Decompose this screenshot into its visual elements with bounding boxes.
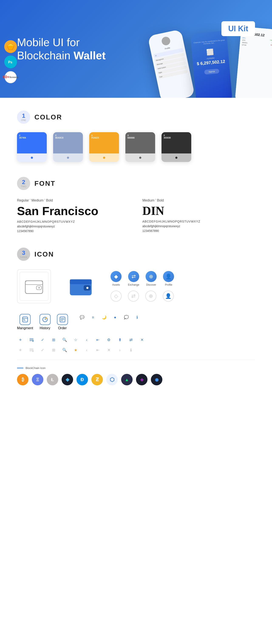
swatch-blue: #3574fA bbox=[17, 132, 47, 162]
nav-icon-assets: ◆ Assets bbox=[110, 271, 122, 286]
search-icon: 🔍 bbox=[61, 336, 68, 343]
small-icons-row-1: + ✓ ⊞ 🔍 ☆ ‹ ⇤ ⚙ ⬆ ⇄ ✕ bbox=[17, 336, 255, 343]
grid-grey-icon: ⊞ bbox=[50, 347, 57, 354]
nav-icon-profile-outline: 👤 bbox=[163, 290, 174, 302]
swatch-slate: #8DA0C8 bbox=[53, 132, 83, 162]
icon-title: ICON bbox=[34, 250, 54, 258]
grid-icon: ⊞ bbox=[50, 336, 57, 343]
svg-rect-22 bbox=[61, 319, 64, 320]
plus-icon: + bbox=[17, 336, 24, 343]
order-icon bbox=[57, 314, 68, 325]
nav-icon-discover-outline: ⊕ bbox=[145, 290, 156, 302]
font-title: FONT bbox=[34, 180, 56, 188]
management-icon bbox=[20, 314, 30, 325]
swatch-gray: #666666 bbox=[126, 132, 155, 162]
svg-rect-29 bbox=[30, 350, 33, 350]
section-divider bbox=[17, 360, 255, 360]
discover-outline-icon: ⊕ bbox=[145, 290, 156, 302]
check-icon: ✓ bbox=[39, 336, 46, 343]
nav-icon-discover: ⊕ Discover bbox=[146, 271, 156, 286]
svg-rect-28 bbox=[30, 348, 33, 349]
x-grey-icon: ✕ bbox=[106, 347, 112, 354]
svg-rect-27 bbox=[32, 340, 33, 342]
svg-text:Ps: Ps bbox=[8, 60, 12, 64]
color-title: COLOR bbox=[34, 113, 62, 121]
star-icon: ☆ bbox=[72, 336, 79, 343]
font-section-header: 2 TWO FONT bbox=[17, 177, 255, 190]
svg-rect-17 bbox=[24, 320, 26, 320]
nav-icons-outline: ◇ ⇄ ⊕ 👤 bbox=[110, 290, 174, 302]
font-sf: Regular ' Medium ' Bold San Francisco AB… bbox=[17, 198, 130, 233]
hero-badges: Ps 60+ Screens bbox=[4, 40, 17, 84]
app-icons-filled: Mangment History bbox=[17, 314, 68, 330]
x-icon: ✕ bbox=[138, 336, 145, 343]
nav-icon-group: ◆ Assets ⇄ Exchange ⊕ Discover 👤 Profile bbox=[110, 271, 174, 302]
info-grey-icon: ℹ bbox=[128, 347, 134, 354]
assets-icon: ◆ bbox=[110, 271, 122, 282]
svg-rect-26 bbox=[30, 340, 32, 341]
phone-mockups: Profile AI Managment Message Hold Carbon… bbox=[155, 28, 272, 98]
small-icons-section: + ✓ ⊞ 🔍 ☆ ‹ ⇤ ⚙ ⬆ ⇄ ✕ + bbox=[17, 336, 255, 354]
list-grey-icon bbox=[28, 347, 35, 354]
moon-icon: 🌙 bbox=[101, 314, 108, 321]
layers-icon: ≡ bbox=[90, 314, 96, 321]
plus-grey-icon: + bbox=[17, 347, 24, 354]
phone-mockup-2: Character may be manifested in the great… bbox=[190, 30, 233, 98]
nav-icons-filled: ◆ Assets ⇄ Exchange ⊕ Discover 👤 Profile bbox=[110, 271, 174, 286]
ps-badge: Ps bbox=[4, 56, 17, 68]
circle-icon: ● bbox=[112, 314, 118, 321]
svg-point-9 bbox=[38, 287, 40, 288]
svg-rect-21 bbox=[61, 318, 64, 318]
nav-icon-exchange: ⇄ Exchange bbox=[128, 271, 139, 286]
share-icon: ⇤ bbox=[94, 336, 101, 343]
chat-icon: 💬 bbox=[78, 314, 86, 321]
svg-rect-16 bbox=[24, 319, 25, 320]
icon-section: 3 THREE ICON bbox=[17, 248, 255, 385]
color-section: 1 ONE COLOR #3574fA #8DA0C8 bbox=[17, 110, 255, 162]
exchange-outline-icon: ⇄ bbox=[128, 290, 139, 302]
search-grey-icon: 🔍 bbox=[61, 347, 68, 354]
upload-icon: ⬆ bbox=[116, 336, 123, 343]
svg-rect-31 bbox=[32, 350, 33, 352]
order-icon-item: Order bbox=[57, 314, 68, 330]
star-filled-grey-icon: ★ bbox=[72, 347, 79, 354]
neo-icon: ◈ bbox=[62, 374, 73, 385]
crypto-icons-row: ₿ Ξ Ł ◈ Đ Ƶ ⬡ ▲ ◈ ◉ bbox=[17, 374, 255, 385]
info-icon: ℹ bbox=[134, 314, 141, 321]
hero-section: Ps 60+ Screens Mobile UI for Blockchain … bbox=[0, 0, 272, 98]
section-number-3: 3 THREE bbox=[17, 248, 30, 261]
blockchain-line bbox=[17, 368, 24, 368]
svg-rect-15 bbox=[22, 318, 28, 318]
main-content: 1 ONE COLOR #3574fA #8DA0C8 bbox=[0, 98, 272, 413]
screens-badge: 60+ Screens bbox=[4, 71, 17, 84]
network-icon: ⬡ bbox=[106, 374, 118, 385]
chevron-left-icon: ‹ bbox=[83, 336, 90, 343]
chevron-left-grey-icon: ‹ bbox=[83, 347, 90, 354]
color-swatches: #3574fA #8DA0C8 #F5A623 bbox=[17, 132, 255, 162]
message-icon: 💭 bbox=[123, 314, 130, 321]
svg-rect-11 bbox=[70, 280, 92, 284]
discover-icon: ⊕ bbox=[146, 271, 156, 282]
check-grey-icon: ✓ bbox=[39, 347, 46, 354]
blockchain-label: BlockChain Icon bbox=[17, 366, 255, 370]
sketch-badge bbox=[4, 40, 17, 53]
list-icon bbox=[28, 336, 35, 343]
svg-rect-25 bbox=[30, 340, 33, 340]
svg-rect-30 bbox=[30, 351, 32, 351]
small-icons-row-2: + ✓ ⊞ 🔍 ★ ‹ ⇤ ✕ › ℹ bbox=[17, 347, 255, 354]
nav-icon-exchange-outline: ⇄ bbox=[128, 290, 139, 302]
profile-outline-icon: 👤 bbox=[163, 290, 174, 302]
dash-icon: Đ bbox=[76, 374, 88, 385]
litecoin-icon: Ł bbox=[47, 374, 58, 385]
zcash-icon: Ƶ bbox=[92, 374, 103, 385]
svg-rect-14 bbox=[22, 317, 28, 322]
color-section-header: 1 ONE COLOR bbox=[17, 110, 255, 124]
assets-outline-icon: ◇ bbox=[110, 290, 122, 302]
management-icon-item: Mangment bbox=[17, 314, 33, 330]
font-grid: Regular ' Medium ' Bold San Francisco AB… bbox=[17, 198, 255, 233]
wallet-wireframe bbox=[17, 269, 51, 303]
svg-rect-7 bbox=[25, 281, 43, 284]
wallet-icons-row: ◆ Assets ⇄ Exchange ⊕ Discover 👤 Profile bbox=[17, 269, 255, 303]
wallet-filled bbox=[64, 269, 98, 303]
swap-icon: ⇄ bbox=[128, 336, 134, 343]
